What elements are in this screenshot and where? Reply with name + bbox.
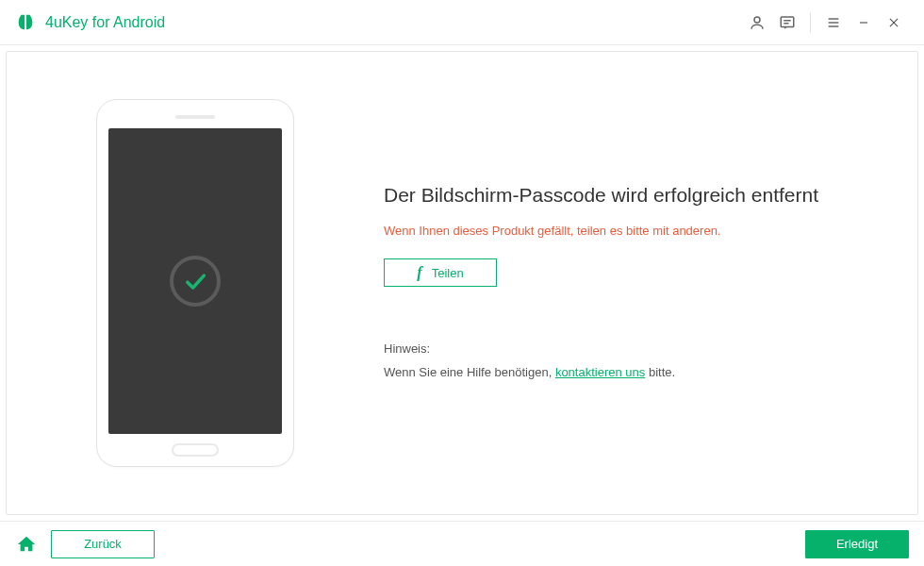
illustration-column [7,52,384,514]
close-button[interactable] [879,0,909,45]
phone-speaker [175,115,215,119]
done-button-label: Erledigt [836,537,878,551]
message-column: Der Bildschirm-Passcode wird erfolgreich… [384,52,917,514]
note-suffix: bitte. [645,365,675,379]
share-button-label: Teilen [432,266,464,280]
success-check-icon [170,256,221,307]
share-button[interactable]: f Teilen [384,258,497,287]
feedback-icon[interactable] [772,0,802,45]
back-button-label: Zurück [84,537,122,551]
phone-illustration [96,99,294,467]
svg-point-0 [754,17,760,23]
footer-bar: Zurück Erledigt [0,521,924,566]
account-icon[interactable] [742,0,772,45]
contact-us-link[interactable]: kontaktieren uns [555,365,645,379]
facebook-icon: f [417,264,421,281]
phone-screen [108,128,282,434]
menu-icon[interactable] [818,0,849,45]
note-label: Hinweis: [384,341,880,356]
success-headline: Der Bildschirm-Passcode wird erfolgreich… [384,184,880,207]
title-bar: 4uKey for Android [0,0,924,45]
app-title: 4uKey for Android [45,14,165,31]
phone-home-button [172,443,219,457]
home-icon[interactable] [15,533,38,556]
done-button[interactable]: Erledigt [805,530,909,558]
note-prefix: Wenn Sie eine Hilfe benötigen, [384,365,555,379]
main-panel: Der Bildschirm-Passcode wird erfolgreich… [6,51,918,515]
share-prompt: Wenn Ihnen dieses Produkt gefällt, teile… [384,224,880,238]
titlebar-divider [810,12,811,33]
back-button[interactable]: Zurück [51,530,155,558]
app-logo [15,12,36,33]
svg-rect-1 [781,17,794,27]
minimize-button[interactable] [849,0,879,45]
note-text: Wenn Sie eine Hilfe benötigen, kontaktie… [384,365,880,379]
